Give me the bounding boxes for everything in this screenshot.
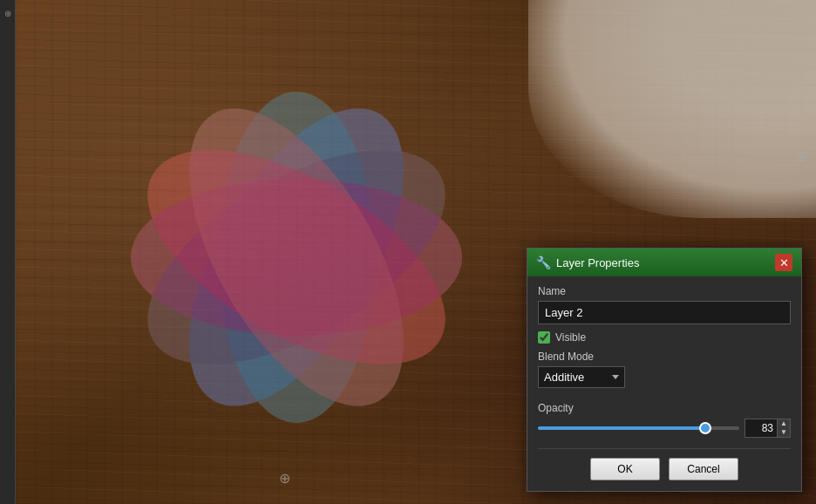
opacity-track [538, 426, 739, 430]
opacity-label: Opacity [538, 402, 791, 414]
opacity-value-input[interactable] [745, 419, 777, 437]
blend-mode-label: Blend Mode [538, 351, 791, 363]
globe-icon: ⊕ [796, 148, 807, 165]
dialog-title-left: 🔧 Layer Properties [536, 255, 639, 269]
blend-mode-select[interactable]: Normal Multiply Screen Overlay Additive … [538, 366, 625, 388]
flower-artwork [52, 26, 541, 488]
dialog-buttons: OK Cancel [538, 448, 791, 480]
wrench-icon: 🔧 [536, 255, 551, 269]
dialog-titlebar[interactable]: 🔧 Layer Properties ✕ [527, 249, 801, 276]
dialog-body: Name Visible Blend Mode Normal Multiply … [527, 276, 801, 491]
ok-button[interactable]: OK [590, 458, 660, 480]
visible-label: Visible [555, 331, 586, 344]
crosshair-icon: ⊕ [279, 470, 290, 487]
visible-row: Visible [538, 331, 791, 344]
layer-name-input[interactable] [538, 301, 791, 324]
blend-row: Normal Multiply Screen Overlay Additive … [538, 366, 791, 395]
layer-properties-dialog: 🔧 Layer Properties ✕ Name Visible Blend … [527, 248, 802, 492]
opacity-input-container: ▲ ▼ [745, 419, 791, 438]
left-sidebar: ⊕ [0, 0, 16, 504]
close-button[interactable]: ✕ [775, 254, 792, 271]
opacity-row: ▲ ▼ [538, 419, 791, 438]
dialog-title-text: Layer Properties [556, 256, 639, 269]
opacity-decrement-button[interactable]: ▼ [778, 428, 790, 437]
opacity-slider[interactable] [538, 419, 739, 437]
opacity-fill [538, 426, 705, 430]
sidebar-icon: ⊕ [4, 9, 11, 18]
opacity-thumb[interactable] [699, 422, 711, 434]
cancel-button[interactable]: Cancel [669, 458, 738, 480]
name-label: Name [538, 285, 791, 297]
opacity-spinners: ▲ ▼ [777, 419, 790, 437]
opacity-increment-button[interactable]: ▲ [778, 419, 790, 428]
visible-checkbox[interactable] [538, 331, 550, 344]
